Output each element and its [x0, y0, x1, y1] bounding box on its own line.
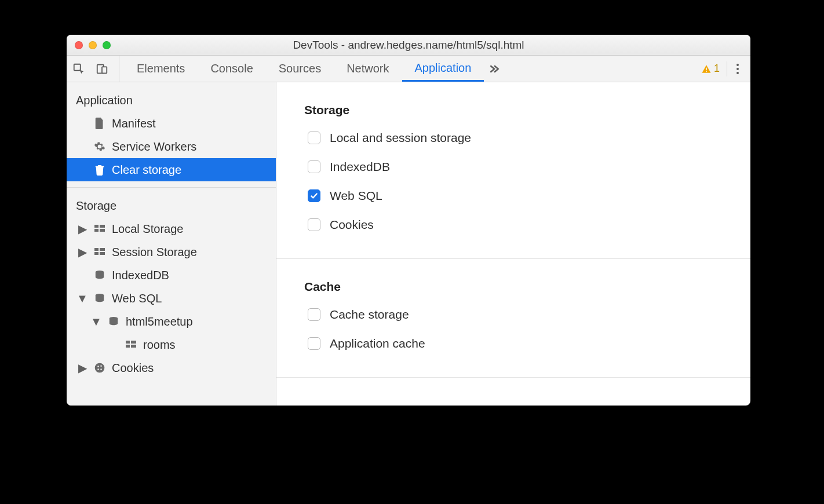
inspect-element-icon[interactable] [72, 63, 85, 75]
option-web-sql[interactable]: Web SQL [304, 189, 723, 203]
trash-icon [93, 164, 106, 176]
option-cookies[interactable]: Cookies [304, 218, 723, 232]
tab-network[interactable]: Network [334, 56, 402, 82]
separator [727, 61, 727, 76]
tab-console[interactable]: Console [198, 56, 265, 82]
sidebar-item-label: Session Storage [112, 246, 197, 259]
option-cache-storage[interactable]: Cache storage [304, 308, 723, 322]
sidebar-item-label: Manifest [112, 117, 156, 130]
sidebar-item-rooms[interactable]: ▶ rooms [67, 333, 276, 356]
checkbox-unchecked-icon[interactable] [308, 308, 320, 321]
sidebar-item-web-sql[interactable]: ▼ Web SQL [67, 287, 276, 310]
option-label: Local and session storage [330, 131, 471, 145]
application-sidebar: Application Manifest Service Workers [67, 82, 276, 406]
tab-elements[interactable]: Elements [124, 56, 198, 82]
sidebar-item-indexeddb[interactable]: ▶ IndexedDB [67, 264, 276, 287]
sidebar-item-label: rooms [143, 338, 176, 352]
sidebar-item-cookies[interactable]: ▶ Cookies [67, 356, 276, 379]
toolbar-left-group [72, 56, 119, 82]
svg-point-21 [97, 366, 99, 367]
database-icon [93, 293, 106, 304]
chevron-right-icon[interactable]: ▶ [78, 245, 86, 259]
sidebar-item-label: Web SQL [112, 292, 162, 305]
gear-icon [93, 141, 106, 152]
sidebar-separator [67, 187, 276, 188]
sidebar-item-session-storage[interactable]: ▶ Session Storage [67, 240, 276, 264]
sidebar-item-local-storage[interactable]: ▶ Local Storage [67, 217, 276, 240]
svg-rect-16 [126, 341, 130, 344]
svg-rect-17 [131, 341, 136, 344]
cache-section-title: Cache [304, 280, 723, 294]
sidebar-item-clear-storage[interactable]: Clear storage [67, 158, 276, 181]
option-indexeddb[interactable]: IndexedDB [304, 160, 723, 174]
sidebar-item-label: Local Storage [112, 222, 183, 236]
minimize-window-button[interactable] [89, 41, 97, 49]
chevron-down-icon[interactable]: ▼ [92, 315, 100, 328]
svg-rect-9 [94, 248, 99, 251]
close-window-button[interactable] [75, 41, 83, 49]
option-label: Web SQL [330, 189, 382, 203]
grid-icon [93, 248, 106, 256]
checkbox-unchecked-icon[interactable] [308, 337, 320, 350]
storage-section-title: Storage [304, 103, 723, 117]
grid-icon [93, 225, 106, 233]
grid-icon [125, 341, 137, 349]
zoom-window-button[interactable] [103, 41, 111, 49]
tab-sources[interactable]: Sources [266, 56, 334, 82]
cache-section: Cache Cache storage Application cache [276, 259, 750, 378]
option-local-session[interactable]: Local and session storage [304, 131, 723, 145]
warning-count: 1 [714, 63, 720, 75]
svg-rect-18 [126, 345, 130, 348]
devtools-window: DevTools - andrew.hedges.name/html5/sql.… [67, 35, 750, 406]
svg-point-20 [95, 363, 105, 373]
warnings-indicator[interactable]: 1 [701, 63, 720, 75]
svg-rect-8 [100, 229, 105, 232]
checkbox-unchecked-icon[interactable] [308, 160, 320, 173]
sidebar-item-label: IndexedDB [112, 269, 169, 282]
database-icon [107, 316, 120, 327]
window-title: DevTools - andrew.hedges.name/html5/sql.… [67, 39, 750, 52]
svg-point-23 [97, 368, 99, 370]
checkbox-unchecked-icon[interactable] [308, 218, 320, 231]
svg-rect-11 [94, 252, 99, 255]
sidebar-item-html5meetup[interactable]: ▼ html5meetup [67, 310, 276, 333]
storage-section: Storage Local and session storage Indexe… [276, 82, 750, 259]
panel-body: Application Manifest Service Workers [67, 82, 750, 406]
window-controls [67, 41, 111, 49]
svg-rect-2 [102, 67, 107, 73]
svg-rect-5 [94, 225, 99, 228]
device-toggle-icon[interactable] [96, 63, 108, 75]
tab-strip: Elements Console Sources Network Applica… [124, 56, 500, 82]
chevron-right-icon[interactable]: ▶ [78, 361, 86, 375]
file-icon [93, 118, 106, 129]
devtools-toolbar: Elements Console Sources Network Applica… [67, 56, 750, 82]
cookie-icon [93, 362, 106, 374]
checkbox-checked-icon[interactable] [308, 189, 320, 202]
svg-point-22 [100, 365, 102, 367]
chevron-right-icon[interactable]: ▶ [78, 222, 86, 236]
svg-rect-4 [706, 71, 707, 72]
checkbox-unchecked-icon[interactable] [308, 132, 320, 144]
svg-rect-19 [131, 345, 136, 348]
svg-rect-6 [100, 225, 105, 228]
sidebar-section-application: Application [67, 88, 276, 112]
option-label: IndexedDB [330, 160, 390, 174]
sidebar-section-storage: Storage [67, 193, 276, 217]
option-label: Application cache [330, 337, 425, 350]
option-app-cache[interactable]: Application cache [304, 337, 723, 350]
settings-menu-button[interactable] [734, 61, 741, 76]
sidebar-item-label: Clear storage [112, 163, 181, 177]
option-label: Cookies [330, 218, 374, 232]
sidebar-item-service-workers[interactable]: Service Workers [67, 135, 276, 158]
main-panel: Storage Local and session storage Indexe… [276, 82, 750, 406]
tab-application[interactable]: Application [402, 56, 484, 82]
database-icon [93, 270, 106, 280]
titlebar: DevTools - andrew.hedges.name/html5/sql.… [67, 35, 750, 56]
svg-point-24 [100, 368, 102, 370]
sidebar-item-manifest[interactable]: Manifest [67, 112, 276, 135]
sidebar-item-label: Service Workers [112, 140, 196, 154]
sidebar-item-label: html5meetup [126, 315, 193, 328]
chevron-down-icon[interactable]: ▼ [78, 292, 86, 305]
sidebar-item-label: Cookies [112, 361, 154, 375]
more-tabs-button[interactable] [488, 63, 500, 75]
